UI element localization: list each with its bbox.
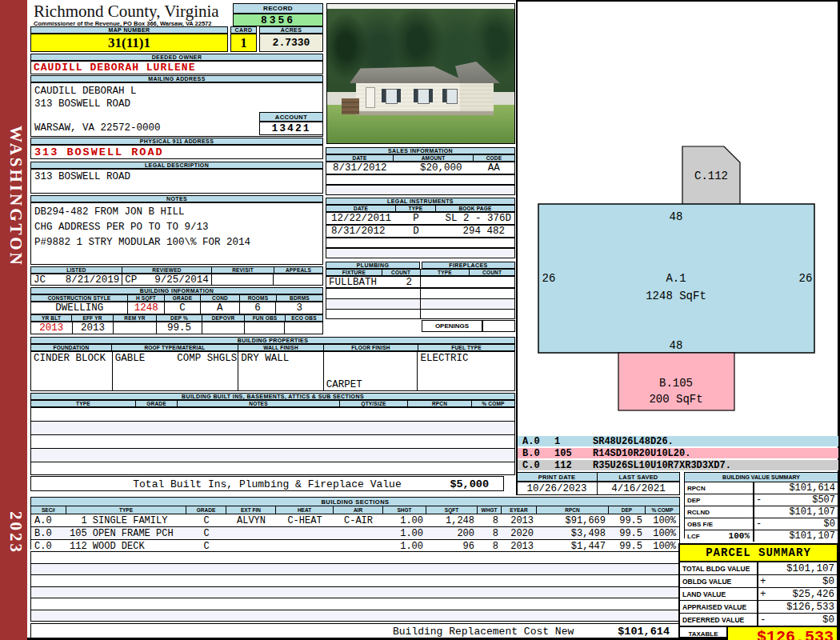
- empty-row: [326, 238, 515, 248]
- fireplace-empty: [421, 277, 514, 287]
- builtins-header: BUILDING BUILT INS, BASEMENTS, ATTICS & …: [30, 393, 515, 400]
- builtins-comp-header: % COMP: [471, 400, 515, 407]
- building-value-summary: BUILDING VALUE SUMMARY RPCN $101,614 DEP…: [684, 472, 838, 538]
- hsqft: 1248: [128, 302, 165, 314]
- builtins-empty-rows: [30, 407, 515, 475]
- fixture: FULLBATH: [326, 277, 382, 287]
- section-row: A.0 1 SINGLE FAMILY C ALVYN C-HEAT C-AIR…: [31, 514, 679, 527]
- fixture-count: 2: [382, 277, 421, 287]
- bdrms-header: BDRMS: [276, 294, 323, 302]
- building-info-values2: 2013 2013 99.5: [30, 322, 323, 334]
- taxable-row: TAXABLE VALUE $126,533: [680, 627, 837, 640]
- col-extfin: EXT FIN: [226, 506, 276, 514]
- sketch-sqft-a: 1248 SqFt: [646, 290, 706, 302]
- building-info-cols1: CONSTRUCTION STYLE H SQFT GRADE COND ROO…: [30, 294, 323, 302]
- col-sec: SEC#: [31, 506, 66, 514]
- fuel-type-header: FUEL TYPE: [418, 344, 515, 351]
- col-grade: GRADE: [186, 506, 226, 514]
- print-date: 10/26/2023: [517, 482, 598, 494]
- instruments-header: LEGAL INSTRUMENTS: [326, 198, 515, 205]
- note-line: P#9882 1 STRY MODULAR 100\% FOR 2014: [34, 235, 319, 250]
- card-value: 1: [230, 34, 257, 52]
- listed-date: 8/21/2019: [66, 274, 120, 285]
- foundation-header: FOUNDATION: [30, 344, 112, 351]
- legend-num: 112: [554, 460, 593, 471]
- notes-box: DB294-482 FROM JON B HILL CHG ADDRESS PE…: [30, 202, 323, 265]
- col-comp: % COMP: [646, 506, 679, 514]
- grade: C: [165, 302, 201, 314]
- print-date-header: PRINT DATE: [516, 472, 598, 482]
- section-row: B.0 105 OPEN FRAME PCH C 1.00 200 8 2020…: [31, 527, 679, 540]
- instr-book: SL 2 - 376D: [436, 213, 514, 224]
- listed-by: JC: [34, 274, 46, 285]
- value-summary-row: LCF100% $101,107: [685, 530, 838, 542]
- rooms-header: ROOMS: [239, 294, 277, 302]
- legend-row-a: A.0 1 SR48U26L48D26.: [518, 436, 838, 446]
- empty-row: [326, 248, 515, 258]
- instr-date: 8/31/2012: [326, 226, 396, 237]
- total-builtins-label: Total Built Ins, Plumbing & Fireplace Va…: [31, 478, 503, 490]
- taxable-value: $126,533: [728, 627, 837, 640]
- instr-book-header: BOOK PAGE: [435, 205, 515, 212]
- card-header: CARD: [230, 26, 257, 34]
- construction-style: DWELLING: [31, 302, 128, 314]
- instr-type-header: TYPE: [395, 205, 436, 212]
- col-shgt: SHGT: [383, 506, 426, 514]
- col-sqft: SQFT: [426, 506, 478, 514]
- building-info-values1: DWELLING 1248 C A 6 3: [30, 302, 323, 314]
- listed-header: LISTED: [30, 266, 122, 274]
- sales-code-header: CODE: [473, 154, 515, 162]
- last-saved: 4/16/2021: [598, 482, 679, 494]
- physical-address-header: PHYSICAL 911 ADDRESS: [30, 138, 323, 145]
- legend-num: 1: [554, 436, 593, 447]
- rooms: 6: [240, 302, 277, 314]
- funobs-header: FUN OBS: [244, 314, 286, 322]
- review-data-row: JC8/21/2019 CP9/25/2014: [30, 274, 323, 286]
- foundation-value: CINDER BLOCK: [31, 352, 113, 390]
- sketch-diagram: C.112 48 26 26 A.1 1248 SqFt 48 B.105 20…: [517, 0, 838, 436]
- wall-finish-value: DRY WALL: [238, 352, 324, 390]
- ecoobs-header: ECO OBS: [285, 314, 323, 322]
- cond-header: COND: [200, 294, 240, 302]
- sales-header: SALES INFORMATION: [326, 147, 515, 154]
- roof-material-value: COMP SHGLS: [177, 353, 237, 364]
- col-eyear: EYEAR: [502, 506, 537, 514]
- account-value: 13421: [259, 122, 323, 135]
- dim-top: 48: [670, 210, 683, 223]
- properties-values: CINDER BLOCK GABLE COMP SHGLS DRY WALL C…: [30, 351, 515, 391]
- col-whgt: WHGT: [478, 506, 502, 514]
- yr-blt: 2013: [31, 322, 73, 334]
- photo-window: [446, 89, 458, 104]
- taxable-label: TAXABLE VALUE: [680, 627, 728, 640]
- builtins-notes-header: NOTES: [177, 400, 340, 407]
- dim-right: 26: [799, 272, 813, 285]
- instrument-row: 8/31/2012 D 294 482: [326, 225, 515, 238]
- builtins-grade-header: GRADE: [135, 400, 178, 407]
- dep-header: DEP %: [156, 314, 202, 322]
- sale-amount: $20,000: [394, 162, 473, 174]
- parcel-summary-header: PARCEL SUMMARY: [680, 545, 837, 562]
- instr-date-header: DATE: [326, 205, 396, 212]
- roof-type-value: GABLE: [115, 353, 146, 364]
- remyr-header: REM YR: [113, 314, 157, 322]
- openings-value: [482, 320, 515, 332]
- instr-type: D: [396, 226, 436, 237]
- county-title: Richmond County, Virginia: [34, 2, 234, 21]
- instr-book: 294 482: [436, 226, 514, 237]
- legend-code: A.0: [518, 436, 554, 447]
- builtins-cols: TYPE GRADE NOTES QTY/SIZE RPCN % COMP: [30, 400, 515, 407]
- legal-description-value: 313 BOSWELL ROAD: [30, 169, 323, 194]
- mailing-line2: 313 BOSWELL ROAD: [34, 98, 319, 110]
- parcel-row: TOTAL BLDG VALUE $101,107: [680, 562, 837, 575]
- building-sections-cols: SEC# TYPE GRADE EXT FIN HEAT AIR SHGT SQ…: [31, 506, 679, 514]
- col-dep: DEP: [609, 506, 646, 514]
- dim-bottom: 48: [670, 339, 683, 352]
- photo-side-wall: [458, 82, 494, 113]
- cond: A: [201, 302, 240, 314]
- openings-label: OPENINGS: [422, 320, 482, 332]
- plumbing-header: PLUMBING: [326, 262, 420, 269]
- sketch-label-a: A.1: [666, 272, 686, 285]
- construction-style-header: CONSTRUCTION STYLE: [30, 294, 128, 302]
- legend-row-c: C.0 112 R35U26SL10U10R7XR3D3XD7.: [518, 460, 838, 470]
- legend-vector: SR48U26L48D26.: [593, 436, 674, 447]
